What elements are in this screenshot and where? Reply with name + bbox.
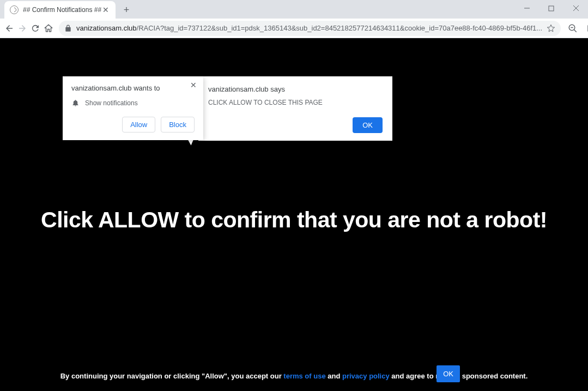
notif-permission-label: Show notifications bbox=[85, 99, 138, 107]
zoom-out-icon[interactable] bbox=[566, 22, 579, 35]
lock-icon bbox=[64, 25, 72, 32]
allow-button[interactable]: Allow bbox=[122, 117, 155, 133]
footer-and: and bbox=[326, 372, 342, 380]
home-button[interactable] bbox=[44, 21, 53, 36]
popup-close-icon[interactable]: ✕ bbox=[188, 80, 199, 91]
close-window-button[interactable] bbox=[563, 0, 588, 16]
back-button[interactable] bbox=[4, 21, 14, 36]
headline-text: Click ALLOW to confirm that you are not … bbox=[0, 207, 588, 233]
block-button[interactable]: Block bbox=[161, 117, 195, 133]
tab-title: ## Confirm Notifications ## bbox=[23, 6, 101, 14]
notification-permission-popup: ✕ vanizationsam.club wants to Show notif… bbox=[63, 76, 203, 140]
privacy-link[interactable]: privacy policy bbox=[342, 372, 390, 380]
bookmark-star-icon[interactable] bbox=[547, 24, 555, 33]
address-bar[interactable]: vanizationsam.club/RACIA?tag_id=737122&s… bbox=[59, 21, 561, 36]
maximize-button[interactable] bbox=[539, 0, 563, 16]
title-bar: ## Confirm Notifications ## ✕ + bbox=[0, 0, 588, 19]
notif-permission-row: Show notifications bbox=[71, 99, 195, 107]
globe-icon bbox=[10, 5, 19, 14]
footer-ok-button[interactable]: OK bbox=[437, 365, 460, 382]
js-alert-dialog: vanizationsam.club says CLICK ALLOW TO C… bbox=[198, 76, 392, 141]
forward-button[interactable] bbox=[17, 21, 27, 36]
url-text: vanizationsam.club/RACIA?tag_id=737122&s… bbox=[76, 24, 542, 32]
alert-title: vanizationsam.club says bbox=[208, 85, 383, 93]
reader-icon[interactable] bbox=[585, 22, 588, 35]
window-controls bbox=[514, 0, 588, 16]
svg-line-5 bbox=[574, 29, 577, 32]
svg-rect-1 bbox=[549, 6, 554, 11]
minimize-button[interactable] bbox=[514, 0, 539, 16]
reload-button[interactable] bbox=[31, 21, 40, 36]
page-content: Click ALLOW to confirm that you are not … bbox=[0, 38, 588, 391]
new-tab-button[interactable]: + bbox=[119, 2, 134, 17]
footer-pre: By continuing your navigation or clickin… bbox=[60, 372, 284, 380]
notif-title: vanizationsam.club wants to bbox=[71, 84, 195, 92]
toolbar-right bbox=[566, 21, 588, 35]
footer-text: By continuing your navigation or clickin… bbox=[0, 371, 588, 382]
tab-close-icon[interactable]: ✕ bbox=[101, 5, 110, 14]
browser-toolbar: vanizationsam.club/RACIA?tag_id=737122&s… bbox=[0, 19, 588, 38]
alert-ok-button[interactable]: OK bbox=[353, 117, 383, 133]
alert-message: CLICK ALLOW TO CLOSE THIS PAGE bbox=[208, 99, 383, 106]
browser-tab[interactable]: ## Confirm Notifications ## ✕ bbox=[4, 1, 116, 19]
bell-icon bbox=[71, 99, 80, 107]
terms-link[interactable]: terms of use bbox=[283, 372, 325, 380]
